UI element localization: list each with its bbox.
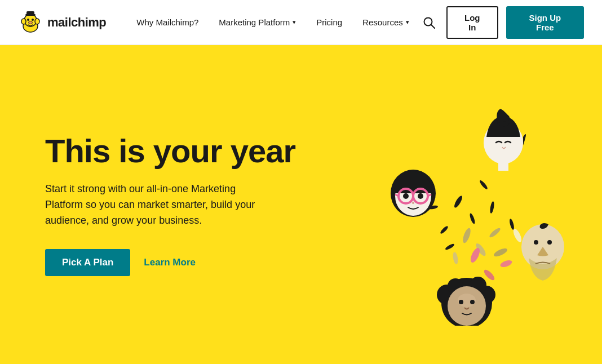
header-actions: Log In Sign Up Free bbox=[419, 6, 584, 39]
svg-point-16 bbox=[445, 243, 455, 251]
svg-point-38 bbox=[412, 202, 414, 204]
chevron-down-icon: ▾ bbox=[406, 19, 409, 26]
svg-rect-8 bbox=[26, 11, 34, 15]
illustration-svg bbox=[337, 83, 579, 326]
svg-point-2 bbox=[21, 19, 26, 24]
svg-point-11 bbox=[453, 195, 464, 209]
hero-content: This is your year Start it strong with o… bbox=[45, 133, 295, 276]
svg-point-19 bbox=[462, 227, 472, 244]
site-header: mailchimp Why Mailchimp? Marketing Platf… bbox=[0, 0, 602, 45]
hero-buttons: Pick A Plan Learn More bbox=[45, 249, 295, 276]
learn-more-link[interactable]: Learn More bbox=[144, 257, 196, 268]
hero-title: This is your year bbox=[45, 133, 295, 169]
nav-why-mailchimp[interactable]: Why Mailchimp? bbox=[126, 0, 209, 45]
svg-point-53 bbox=[547, 240, 552, 245]
nav-pricing[interactable]: Pricing bbox=[306, 0, 352, 45]
logo-text: mailchimp bbox=[47, 15, 106, 30]
hero-illustration bbox=[337, 83, 579, 326]
main-nav: Why Mailchimp? Marketing Platform ▾ Pric… bbox=[126, 0, 419, 45]
svg-point-4 bbox=[27, 19, 29, 21]
nav-resources[interactable]: Resources ▾ bbox=[352, 0, 419, 45]
svg-point-37 bbox=[418, 193, 423, 199]
svg-point-12 bbox=[469, 213, 476, 225]
mailchimp-logo-icon bbox=[18, 10, 43, 35]
chevron-down-icon: ▾ bbox=[293, 19, 296, 26]
svg-point-5 bbox=[32, 19, 34, 21]
svg-point-27 bbox=[512, 228, 523, 243]
login-button[interactable]: Log In bbox=[446, 6, 498, 39]
svg-point-13 bbox=[440, 225, 449, 235]
svg-point-25 bbox=[483, 268, 496, 282]
svg-point-15 bbox=[479, 179, 488, 190]
svg-point-17 bbox=[509, 219, 515, 230]
svg-point-50 bbox=[470, 300, 475, 304]
svg-point-14 bbox=[489, 201, 495, 214]
pick-plan-button[interactable]: Pick A Plan bbox=[45, 249, 130, 276]
svg-point-49 bbox=[459, 300, 463, 304]
logo[interactable]: mailchimp bbox=[18, 10, 106, 35]
svg-line-10 bbox=[431, 25, 435, 28]
hero-section: This is your year Start it strong with o… bbox=[0, 45, 602, 364]
svg-point-52 bbox=[534, 240, 538, 245]
svg-rect-40 bbox=[498, 162, 508, 171]
nav-marketing-platform[interactable]: Marketing Platform ▾ bbox=[209, 0, 306, 45]
svg-point-21 bbox=[488, 227, 502, 239]
svg-point-26 bbox=[499, 259, 513, 269]
signup-button[interactable]: Sign Up Free bbox=[506, 6, 584, 39]
search-button[interactable] bbox=[419, 13, 439, 32]
hero-subtitle: Start it strong with our all-in-one Mark… bbox=[45, 181, 271, 229]
svg-point-6 bbox=[29, 21, 33, 24]
svg-point-22 bbox=[452, 251, 459, 264]
svg-point-3 bbox=[35, 19, 39, 24]
search-icon bbox=[423, 16, 435, 29]
svg-point-36 bbox=[403, 193, 409, 199]
svg-point-23 bbox=[493, 247, 508, 258]
